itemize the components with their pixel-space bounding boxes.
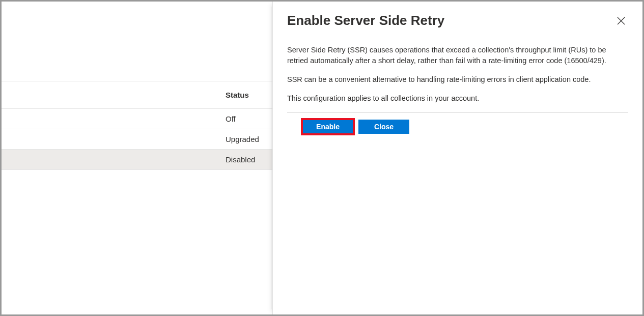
panel-title: Enable Server Side Retry	[287, 13, 444, 28]
panel-header: Enable Server Side Retry	[273, 2, 642, 36]
panel-body: Server Side Retry (SSR) causes operation…	[273, 36, 642, 134]
panel-text-3: This configuration applies to all collec…	[287, 93, 628, 104]
status-cell: Disabled	[226, 155, 255, 164]
panel-text-1: Server Side Retry (SSR) causes operation…	[287, 45, 628, 66]
status-table: Status Off Upgraded Disabled	[2, 81, 275, 170]
divider	[287, 112, 628, 112]
main-content: Status Off Upgraded Disabled	[2, 2, 275, 314]
table-row[interactable]: Upgraded	[2, 129, 275, 150]
table-header-status: Status	[2, 81, 275, 109]
enable-button[interactable]: Enable	[302, 120, 353, 134]
panel-text-2: SSR can be a convenient alternative to h…	[287, 74, 628, 85]
side-panel: Enable Server Side Retry Server Side Ret…	[272, 2, 642, 314]
table-row[interactable]: Disabled	[2, 150, 275, 170]
close-panel-button[interactable]: Close	[358, 120, 409, 134]
close-icon	[617, 17, 625, 25]
table-row[interactable]: Off	[2, 109, 275, 129]
status-cell: Upgraded	[226, 135, 259, 143]
button-row: Enable Close	[287, 120, 628, 134]
status-cell: Off	[226, 114, 236, 123]
close-button[interactable]	[614, 14, 628, 28]
panel-divider	[271, 7, 271, 309]
